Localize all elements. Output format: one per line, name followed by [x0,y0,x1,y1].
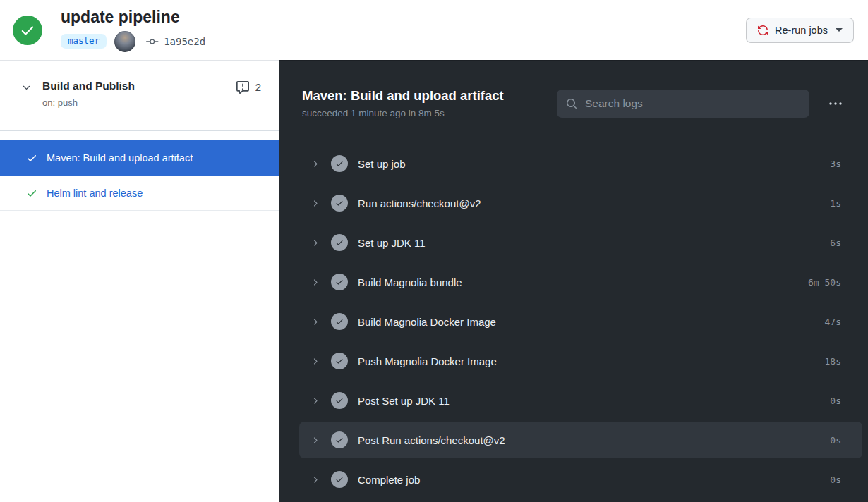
chevron-right-icon[interactable] [311,357,320,366]
git-commit-icon [143,37,159,47]
run-title: update pipeline [61,8,205,26]
rerun-jobs-button[interactable]: Re-run jobs [746,18,854,43]
job-header: Maven: Build and upload artifact succeed… [279,61,868,131]
step-name: Set up job [358,158,406,170]
step-duration: 47s [825,317,841,327]
workflow-header: Build and Publish on: push 2 [0,61,279,131]
step-name: Run actions/checkout@v2 [358,197,481,209]
annotations-counter: 2 [236,81,261,94]
step-name: Build Magnolia Docker Image [358,316,496,328]
workflow-trigger: on: push [42,97,135,108]
step-name: Complete job [358,474,420,486]
step-duration: 0s [830,435,841,446]
search-icon [566,98,577,109]
sidebar-job-item[interactable]: Maven: Build and upload artifact [0,140,279,176]
chevron-right-icon[interactable] [311,199,320,208]
step-duration: 0s [830,396,841,406]
step-success-icon [331,195,348,212]
step-success-icon [331,234,348,251]
step-name: Post Set up JDK 11 [358,395,450,407]
step-success-icon [331,353,348,369]
run-meta: master 1a95e2d [61,31,205,52]
commit[interactable]: 1a95e2d [143,36,205,47]
step-row[interactable]: Post Set up JDK 11 0s [299,382,862,419]
step-duration: 18s [825,356,841,367]
step-row[interactable]: Post Run actions/checkout@v2 0s [299,422,862,458]
jobs-list: Maven: Build and upload artifact Helm li… [0,140,279,211]
step-row[interactable]: Set up JDK 11 6s [299,224,862,261]
step-row[interactable]: Build Magnolia Docker Image 47s [299,303,862,340]
steps-list: Set up job 3s Run actions/checkout@v2 1s… [299,145,862,498]
step-row[interactable]: Build Magnolia bundle 6m 50s [299,264,862,300]
chevron-right-icon[interactable] [311,238,320,247]
job-status-text: succeeded 1 minute ago in 8m 5s [302,108,504,118]
sync-icon [757,25,768,36]
step-row[interactable]: Complete job 0s [299,461,862,498]
run-success-icon [13,16,42,45]
step-success-icon [331,431,348,448]
step-duration: 1s [830,198,841,209]
step-name: Post Run actions/checkout@v2 [358,434,505,446]
step-success-icon [331,471,348,488]
step-name: Push Magnolia Docker Image [358,355,497,367]
avatar[interactable] [114,31,135,52]
commit-sha: 1a95e2d [164,36,205,47]
step-success-icon [331,155,348,172]
chevron-right-icon[interactable] [311,475,320,484]
chevron-right-icon[interactable] [311,317,320,326]
log-settings-button[interactable] [824,94,847,114]
chevron-right-icon[interactable] [311,436,320,445]
step-duration: 3s [830,159,841,169]
job-label: Helm lint and release [47,188,143,199]
jobs-sidebar: Build and Publish on: push 2 Maven: Buil… [0,61,279,502]
step-success-icon [331,313,348,330]
step-duration: 0s [830,475,841,485]
step-success-icon [331,392,348,409]
chevron-right-icon[interactable] [311,396,320,405]
chevron-down-icon[interactable] [21,82,32,93]
step-duration: 6s [830,238,841,248]
kebab-horizontal-icon [828,98,843,109]
step-name: Build Magnolia bundle [358,276,462,288]
step-success-icon [331,274,348,290]
check-icon [26,188,37,199]
step-row[interactable]: Set up job 3s [299,145,862,182]
rerun-jobs-label: Re-run jobs [775,25,828,36]
step-duration: 6m 50s [808,277,841,288]
chevron-right-icon[interactable] [311,159,320,169]
annotation-icon [236,81,249,94]
check-icon [26,152,37,164]
run-header: update pipeline master 1a95e2d Re-run jo… [0,0,868,60]
log-panel: Maven: Build and upload artifact succeed… [279,60,868,502]
step-row[interactable]: Push Magnolia Docker Image 18s [299,343,862,379]
annotations-count: 2 [255,81,261,94]
step-row[interactable]: Run actions/checkout@v2 1s [299,185,862,221]
branch-badge: master [61,34,107,49]
step-name: Set up JDK 11 [358,237,426,249]
job-title: Maven: Build and upload artifact [302,88,504,104]
search-logs-box [557,90,809,118]
chevron-right-icon[interactable] [311,278,320,287]
sidebar-job-item[interactable]: Helm lint and release [0,176,279,211]
search-logs-input[interactable] [584,97,800,111]
job-label: Maven: Build and upload artifact [47,152,193,164]
workflow-name: Build and Publish [42,80,135,93]
caret-down-icon [836,28,843,32]
